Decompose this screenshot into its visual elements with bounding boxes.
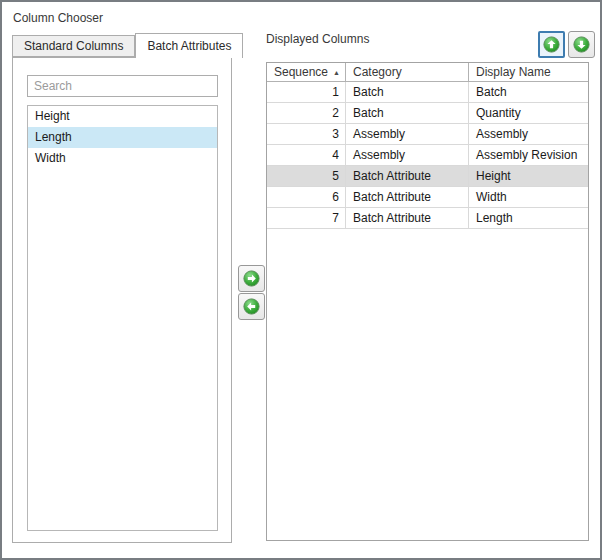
table-row[interactable]: 2 Batch Quantity <box>267 103 588 124</box>
arrow-left-icon <box>243 298 260 315</box>
arrow-up-icon <box>543 36 560 53</box>
table-row[interactable]: 5 Batch Attribute Height <box>267 166 588 187</box>
displayed-columns-label: Displayed Columns <box>266 31 369 47</box>
sort-ascending-icon: ▲ <box>333 69 340 76</box>
list-item-width[interactable]: Width <box>28 148 217 169</box>
table-row[interactable]: 6 Batch Attribute Width <box>267 187 588 208</box>
attribute-listbox: Height Length Width <box>27 105 218 531</box>
remove-column-button[interactable] <box>238 293 265 320</box>
dialog-title: Column Chooser <box>13 11 103 25</box>
grid-header: Sequence ▲ Category Display Name <box>267 63 588 82</box>
table-row[interactable]: 4 Assembly Assembly Revision <box>267 145 588 166</box>
add-column-button[interactable] <box>238 265 265 292</box>
move-down-button[interactable] <box>568 31 595 58</box>
table-row[interactable]: 7 Batch Attribute Length <box>267 208 588 229</box>
move-up-button[interactable] <box>538 31 565 58</box>
arrow-right-icon <box>243 270 260 287</box>
list-item-length[interactable]: Length <box>28 127 217 148</box>
displayed-columns-grid: Sequence ▲ Category Display Name 1 Batch… <box>266 62 589 541</box>
column-header-category[interactable]: Category <box>346 63 469 81</box>
search-input[interactable] <box>27 75 218 97</box>
tab-standard-columns[interactable]: Standard Columns <box>12 35 135 57</box>
table-row[interactable]: 1 Batch Batch <box>267 82 588 103</box>
tab-standard-columns-label: Standard Columns <box>24 39 123 53</box>
tab-batch-attributes[interactable]: Batch Attributes <box>135 33 243 58</box>
tab-batch-attributes-label: Batch Attributes <box>147 39 231 53</box>
column-chooser-dialog: Column Chooser Standard Columns Batch At… <box>0 0 602 560</box>
column-header-display-name[interactable]: Display Name <box>469 63 588 81</box>
arrow-down-icon <box>573 36 590 53</box>
list-item-height[interactable]: Height <box>28 106 217 127</box>
column-header-sequence[interactable]: Sequence ▲ <box>267 63 346 81</box>
table-row[interactable]: 3 Assembly Assembly <box>267 124 588 145</box>
tab-strip: Standard Columns Batch Attributes <box>12 33 243 58</box>
